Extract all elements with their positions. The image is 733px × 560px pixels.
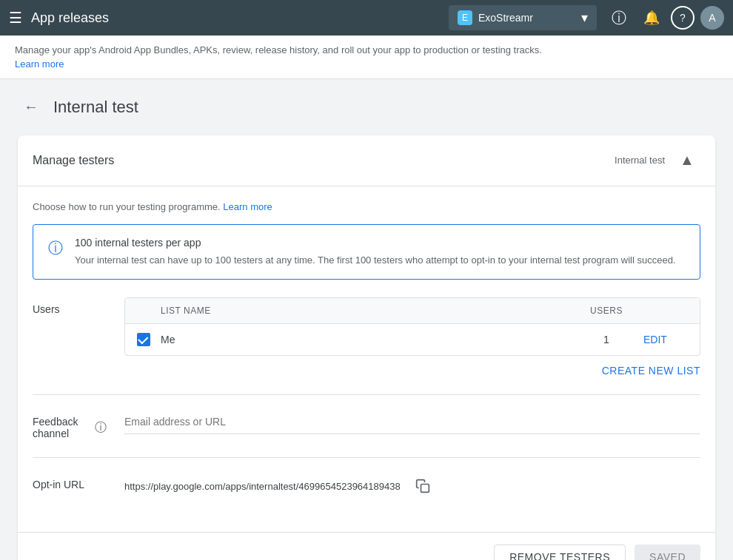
app-selector[interactable]: E ExoStreamr ▾ xyxy=(449,5,597,30)
users-section: Users List name Users xyxy=(33,297,700,377)
svg-rect-0 xyxy=(421,485,429,493)
card-footer: REMOVE TESTERS SAVED xyxy=(18,532,715,560)
card-header: Manage testers Internal test ▲ xyxy=(18,135,715,186)
learn-more-link[interactable]: Learn more xyxy=(223,201,272,212)
users-content: List name Users Me 1 EDIT xyxy=(124,297,700,377)
th-list-name: List name xyxy=(161,306,569,316)
infobar-text: Manage your app's Android App Bundles, A… xyxy=(15,43,718,58)
info-box-title: 100 internal testers per app xyxy=(75,237,675,249)
users-table: List name Users Me 1 EDIT xyxy=(124,297,700,356)
card-header-title: Manage testers xyxy=(33,154,114,167)
feedback-label-row: Feedback channel ⓘ xyxy=(33,416,107,439)
topbar: ☰ App releases E ExoStreamr ▾ ⓘ 🔔 ? A xyxy=(0,0,733,36)
feedback-input[interactable] xyxy=(124,410,700,434)
copy-url-button[interactable] xyxy=(409,473,436,499)
topbar-icons: ⓘ 🔔 ? A xyxy=(606,4,724,31)
card-body: Choose how to run your testing programme… xyxy=(18,186,715,533)
th-action xyxy=(643,306,688,316)
optin-label: Opt-in URL xyxy=(33,473,107,490)
app-title: App releases xyxy=(31,10,440,26)
divider-2 xyxy=(33,457,700,458)
feedback-label-container: Feedback channel ⓘ xyxy=(33,410,107,439)
feedback-help-icon[interactable]: ⓘ xyxy=(95,420,107,436)
feedback-label-text: Feedback channel xyxy=(33,416,90,439)
menu-icon[interactable]: ☰ xyxy=(9,9,22,27)
create-new-link-container: CREATE NEW LIST xyxy=(124,365,700,377)
internal-test-badge: Internal test xyxy=(615,155,665,166)
users-label: Users xyxy=(33,297,107,315)
row-list-name: Me xyxy=(161,334,569,345)
feedback-content xyxy=(124,410,700,434)
info-box-text: Your internal test can have up to 100 te… xyxy=(75,253,675,268)
th-users: Users xyxy=(569,306,643,316)
back-button[interactable]: ← xyxy=(18,94,44,121)
optin-section: Opt-in URL https://play.google.com/apps/… xyxy=(33,473,700,499)
bell-icon-btn[interactable]: 🔔 xyxy=(638,4,665,31)
divider-1 xyxy=(33,394,700,395)
optin-content: https://play.google.com/apps/internaltes… xyxy=(124,473,700,499)
page-content: ← Internal test Manage testers Internal … xyxy=(0,79,733,561)
collapse-button[interactable]: ▲ xyxy=(674,147,700,174)
dropdown-icon: ▾ xyxy=(581,10,588,26)
remove-testers-button[interactable]: REMOVE TESTERS xyxy=(494,544,626,560)
avatar[interactable]: A xyxy=(700,6,724,30)
page-title: Internal test xyxy=(53,98,138,117)
table-row: Me 1 EDIT xyxy=(125,324,700,355)
row-users-count: 1 xyxy=(569,334,643,345)
info-box-content: 100 internal testers per app Your intern… xyxy=(75,237,675,268)
table-header: List name Users xyxy=(125,298,700,324)
app-name: ExoStreamr xyxy=(478,12,575,24)
info-icon-btn[interactable]: ⓘ xyxy=(606,4,632,31)
checkbox-checked[interactable] xyxy=(137,333,150,346)
card-header-right: Internal test ▲ xyxy=(615,147,700,174)
row-checkbox[interactable] xyxy=(137,333,161,346)
help-icon-btn[interactable]: ? xyxy=(671,6,694,30)
app-icon: E xyxy=(458,10,472,25)
infobar-learn-more[interactable]: Learn more xyxy=(15,58,64,70)
saved-button: SAVED xyxy=(635,544,700,560)
info-box-icon: ⓘ xyxy=(48,238,63,268)
edit-link[interactable]: EDIT xyxy=(643,334,667,345)
testing-subtitle: Choose how to run your testing programme… xyxy=(33,201,700,212)
row-edit-action[interactable]: EDIT xyxy=(643,334,688,345)
feedback-section: Feedback channel ⓘ xyxy=(33,410,700,439)
info-box: ⓘ 100 internal testers per app Your inte… xyxy=(33,224,700,280)
th-check xyxy=(137,306,161,316)
manage-testers-card: Manage testers Internal test ▲ Choose ho… xyxy=(18,135,715,561)
optin-url-text: https://play.google.com/apps/internaltes… xyxy=(124,481,401,492)
infobar: Manage your app's Android App Bundles, A… xyxy=(0,36,733,79)
create-new-list-btn[interactable]: CREATE NEW LIST xyxy=(602,365,700,377)
page-header: ← Internal test xyxy=(18,94,715,121)
optin-url-row: https://play.google.com/apps/internaltes… xyxy=(124,473,700,499)
